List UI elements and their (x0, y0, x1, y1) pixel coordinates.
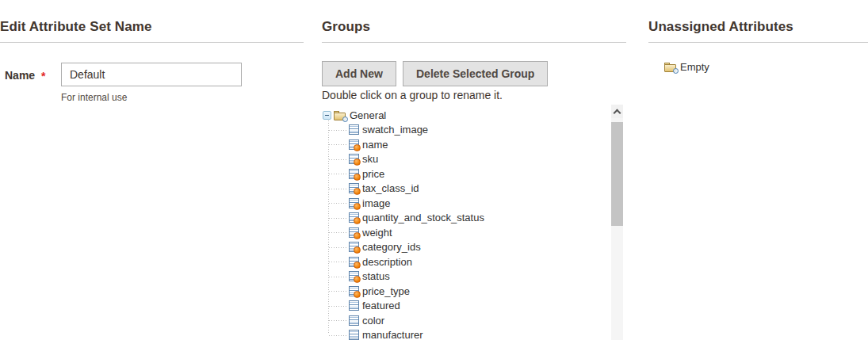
tree-item-label: color (362, 315, 384, 327)
tree-item-color[interactable]: color (322, 313, 611, 328)
scrollbar-up-button[interactable] (611, 105, 623, 118)
tree-item-label: quantity_and_stock_status (362, 212, 484, 223)
name-note: For internal use (61, 92, 127, 103)
attribute-system-icon (349, 257, 359, 267)
tree-item-price_type[interactable]: price_type (322, 284, 611, 299)
tree-item-label: price (362, 168, 384, 180)
tree-item-label: General (350, 109, 386, 121)
tree-scrollbar[interactable] (611, 105, 623, 340)
groups-button-row: Add New Delete Selected Group (322, 43, 626, 87)
collapse-minus-icon[interactable] (323, 111, 331, 120)
tree-item-featured[interactable]: featured (322, 299, 611, 314)
tree-item-label: sku (362, 153, 378, 165)
folder-zoom-icon (664, 63, 677, 72)
tree-item-price[interactable]: price (322, 166, 611, 181)
attribute-system-icon (349, 271, 359, 281)
unassigned-empty-label: Empty (680, 61, 709, 73)
attribute-system-icon (349, 286, 359, 296)
unassigned-empty-item: Empty (664, 61, 868, 73)
groups-panel: Groups Add New Delete Selected Group Dou… (322, 0, 626, 340)
group-tree-children: swatch_imagenameskupricetax_class_idimag… (322, 123, 611, 340)
attribute-system-icon (349, 154, 359, 164)
tree-item-status[interactable]: status (322, 269, 611, 285)
delete-selected-group-button[interactable]: Delete Selected Group (403, 61, 548, 86)
tree-item-label: image (362, 197, 390, 209)
groups-tree-viewport: General swatch_imagenameskupricetax_clas… (322, 105, 611, 340)
name-label: Name (5, 69, 35, 82)
tree-item-label: name (362, 139, 388, 151)
add-new-button[interactable]: Add New (322, 61, 396, 86)
tree-item-swatch_image[interactable]: swatch_image (322, 123, 611, 138)
tree-item-image[interactable]: image (322, 196, 611, 211)
tree-item-category_ids[interactable]: category_ids (322, 240, 611, 255)
attribute-icon (349, 330, 359, 340)
tree-item-name[interactable]: name (322, 137, 611, 152)
tree-item-general[interactable]: General (322, 108, 611, 123)
tree-item-label: status (362, 270, 390, 282)
name-input[interactable] (61, 63, 242, 86)
tree-item-label: description (362, 256, 412, 268)
attribute-system-icon (349, 227, 359, 238)
tree-item-tax_class_id[interactable]: tax_class_id (322, 181, 611, 197)
attribute-system-icon (349, 183, 359, 193)
groups-title: Groups (322, 0, 626, 43)
tree-item-label: swatch_image (362, 124, 428, 136)
attribute-system-icon (349, 242, 359, 252)
attribute-system-icon (349, 212, 359, 223)
tree-item-label: featured (362, 300, 400, 311)
attribute-system-icon (349, 169, 359, 179)
attribute-icon (349, 300, 359, 311)
groups-hint: Double click on a group to rename it. (322, 89, 626, 101)
scrollbar-thumb[interactable] (611, 122, 623, 226)
attribute-system-icon (349, 198, 359, 208)
required-asterisk: * (41, 70, 45, 82)
tree-item-label: manufacturer (362, 329, 423, 340)
tree-item-weight[interactable]: weight (322, 225, 611, 240)
edit-attribute-set-title: Edit Attribute Set Name (0, 0, 304, 43)
unassigned-attributes-title: Unassigned Attributes (648, 0, 868, 43)
attribute-icon (349, 315, 359, 326)
edit-attribute-set-panel: Edit Attribute Set Name Name * For inter… (0, 0, 304, 98)
attribute-system-icon (349, 139, 359, 150)
groups-tree: General swatch_imagenameskupricetax_clas… (322, 105, 623, 340)
tree-item-sku[interactable]: sku (322, 152, 611, 167)
attribute-icon (349, 124, 359, 135)
tree-item-description[interactable]: description (322, 254, 611, 269)
tree-item-label: weight (362, 227, 392, 239)
folder-zoom-icon (334, 111, 346, 120)
tree-item-quantity_and_stock_status[interactable]: quantity_and_stock_status (322, 211, 611, 226)
name-form-row: Name * For internal use (0, 43, 304, 98)
unassigned-attributes-panel: Unassigned Attributes Empty (648, 0, 868, 73)
tree-item-label: price_type (362, 285, 410, 297)
tree-item-label: tax_class_id (362, 182, 419, 194)
tree-item-manufacturer[interactable]: manufacturer (322, 328, 611, 340)
tree-item-label: category_ids (362, 241, 421, 253)
